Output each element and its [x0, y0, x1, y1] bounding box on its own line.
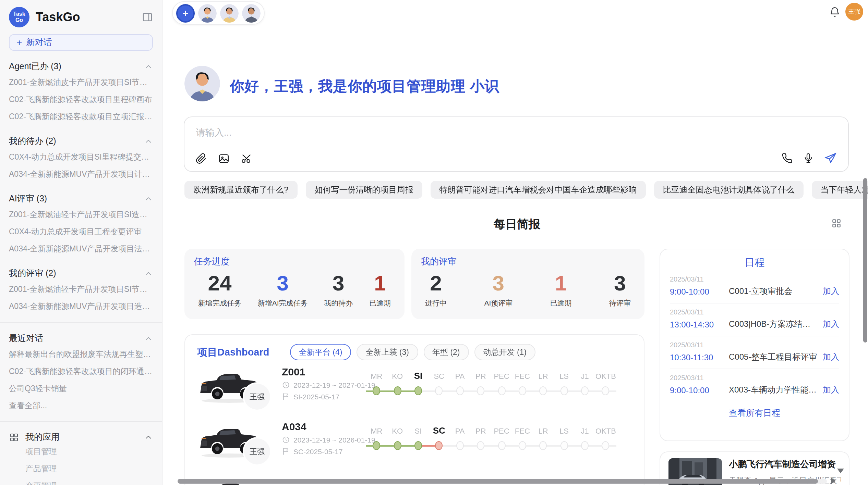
milestone-node-row: [366, 386, 387, 397]
horizontal-scrollbar-thumb[interactable]: [178, 479, 818, 484]
join-link[interactable]: 加入: [823, 286, 839, 297]
sidebar-item[interactable]: Z001-全新燃油轻卡产品开发项目SI节点属性5D文件评审: [9, 281, 153, 298]
project-flag-text: SC-2025-05-17: [293, 447, 343, 456]
avatar[interactable]: [220, 4, 239, 22]
milestone-timeline: MRKOSISCPAPRPECFECLRLSJ1OKTB: [366, 370, 616, 397]
recent-conversation-item[interactable]: 解释最新出台的欧盟报废车法规再生塑料比例被调至15%...: [9, 346, 153, 363]
new-chat-button[interactable]: + 新对话: [9, 34, 153, 51]
stat-value: 24: [198, 271, 241, 297]
logo-text-bottom: Go: [15, 17, 23, 23]
app-sub-item[interactable]: 产品管理: [9, 460, 153, 477]
join-link[interactable]: 加入: [823, 319, 839, 330]
user-avatar[interactable]: 王强: [845, 3, 863, 21]
filter-chip[interactable]: 全新平台 (4): [290, 344, 351, 360]
sidebar-item[interactable]: C02-飞腾新能源轻客改款项目里程碑画布: [9, 91, 153, 108]
suggestion-chip[interactable]: 当下年轻人对汽车外观有怎样的喜好趋势: [811, 181, 868, 199]
filter-chip[interactable]: 年型 (2): [423, 344, 469, 360]
send-icon[interactable]: [824, 151, 837, 164]
milestone: KO: [387, 370, 408, 397]
stat-value: 1: [550, 271, 572, 297]
sidebar-item[interactable]: A034-全新新能源MUV产品开发项目计划变更表编写: [9, 166, 153, 183]
event-name: C005-整车工程目标评审: [729, 351, 817, 363]
microphone-icon[interactable]: [803, 152, 814, 163]
sidebar-item[interactable]: Z001-全新燃油轻卡产品开发项目SI造型提交物评审: [9, 206, 153, 223]
stat: 3AI预评审: [484, 271, 513, 308]
app-sub-item[interactable]: 项目管理: [9, 443, 153, 460]
recent-conversation-item[interactable]: C02-飞腾新能源轻客改款项目的闭环通告反馈情况: [9, 363, 153, 380]
filter-chip[interactable]: 动总开发 (1): [474, 344, 536, 360]
image-icon[interactable]: [218, 153, 230, 164]
logo-text-top: Task: [13, 11, 25, 17]
scroll-down-arrow-icon[interactable]: [837, 469, 844, 473]
chat-input-box[interactable]: 请输入...: [184, 116, 849, 172]
card-title: 我的评审: [421, 256, 635, 268]
join-link[interactable]: 加入: [823, 384, 839, 396]
project-dates-text: 2023-12-19 ~ 2027-01-19: [293, 381, 375, 389]
scissors-icon[interactable]: [241, 153, 252, 164]
milestone-label: LS: [554, 370, 575, 382]
recent-conversation-item[interactable]: 公司Q3轻卡销量: [9, 380, 153, 397]
sidebar-section-header[interactable]: Agent已办 (3): [9, 61, 153, 73]
horizontal-scrollbar[interactable]: [178, 479, 827, 484]
schedule-event: 2025/03/1110:30-11:30C005-整车工程目标评审加入: [670, 336, 839, 369]
event-time: 10:30-11:30: [670, 352, 729, 362]
sidebar-item[interactable]: A034-全新新能源MUV产品开发项目法规符合性评审: [9, 240, 153, 258]
milestone-label: PA: [449, 425, 470, 437]
event-name: C003|H0B-方案冻结评审: [729, 319, 817, 330]
suggestion-chip[interactable]: 欧洲新规最近颁布了什么?: [184, 181, 297, 199]
vertical-scrollbar-thumb[interactable]: [863, 178, 867, 343]
milestone-node-row: [449, 386, 470, 397]
recent-section-header[interactable]: 最近对话: [9, 333, 153, 345]
milestone-node: [456, 386, 464, 395]
avatar[interactable]: [198, 4, 217, 22]
phone-icon[interactable]: [782, 152, 793, 163]
sidebar-section-header[interactable]: 我的待办 (2): [9, 136, 153, 147]
suggestion-chip[interactable]: 如何写一份清晰的项目周报: [305, 181, 422, 199]
project-code: Z001: [282, 366, 375, 377]
view-all-schedule-link[interactable]: 查看所有日程: [670, 401, 839, 425]
scroll-right-arrow-icon[interactable]: [831, 477, 836, 484]
event-date: 2025/03/11: [670, 374, 839, 382]
filter-chip[interactable]: 全新上装 (3): [357, 344, 418, 360]
milestone-label: J1: [575, 425, 595, 437]
milestone-label: PR: [470, 370, 491, 382]
attachment-icon[interactable]: [195, 153, 207, 164]
my-apps-header[interactable]: 我的应用: [9, 432, 153, 443]
milestone-node-row: [533, 440, 554, 451]
milestone-node-row: [554, 440, 575, 451]
stat: 3待评审: [609, 271, 631, 308]
milestone: KO: [387, 425, 408, 451]
schedule-event: 2025/03/1113:00-14:30C003|H0B-方案冻结评审加入: [670, 303, 839, 336]
sidebar-item[interactable]: C0X4-动力总成开发项目工程变更评审: [9, 223, 153, 240]
add-session-button[interactable]: [176, 4, 195, 22]
milestone-node: [456, 441, 464, 450]
schedule-title: 日程: [670, 256, 839, 269]
sidebar-item[interactable]: C0X4-动力总成开发项目SI里程碑提交物检查: [9, 149, 153, 166]
stat-value: 1: [369, 271, 391, 297]
avatar[interactable]: [242, 4, 261, 22]
sidebar-item[interactable]: A034-全新新能源MUV产品开发项目造型可行性评审: [9, 298, 153, 315]
event-list: 2025/03/119:00-10:00C001-立项审批会加入2025/03/…: [670, 271, 839, 401]
event-row: 9:00-10:00X003-车辆动力学性能验...加入: [670, 384, 839, 396]
event-date: 2025/03/11: [670, 341, 839, 349]
section-title: 最近对话: [9, 333, 43, 345]
sidebar-section-header[interactable]: AI评审 (3): [9, 193, 153, 205]
milestone-node-row: [512, 440, 533, 451]
sidebar-item[interactable]: Z001-全新燃油皮卡产品开发项目SI节点Lesson Learn报告: [9, 74, 153, 91]
milestone: OKTB: [595, 425, 616, 451]
event-date: 2025/03/11: [670, 275, 839, 283]
milestone-node: [435, 386, 443, 395]
join-link[interactable]: 加入: [823, 351, 839, 363]
layout-grid-icon[interactable]: [831, 218, 842, 229]
sidebar-item[interactable]: C02-飞腾新能源轻客改款项目立项汇报方案: [9, 108, 153, 125]
view-all-conversations-link[interactable]: 查看全部...: [9, 397, 153, 414]
sidebar-collapse-icon[interactable]: [142, 12, 153, 23]
notification-bell-icon[interactable]: [829, 6, 841, 18]
project-dates: 2023-12-19 ~ 2026-01-19: [282, 436, 375, 444]
suggestion-chip[interactable]: 比亚迪全固态电池计划具体说了什么: [654, 181, 803, 199]
milestone-node: [414, 386, 422, 395]
app-sub-item[interactable]: 变更管理: [9, 477, 153, 485]
suggestion-chip[interactable]: 特朗普可能对进口汽车增税会对中国车企造成哪些影响: [430, 181, 646, 199]
sidebar-section-header[interactable]: 我的评审 (2): [9, 268, 153, 279]
milestone-label: KO: [387, 370, 408, 382]
